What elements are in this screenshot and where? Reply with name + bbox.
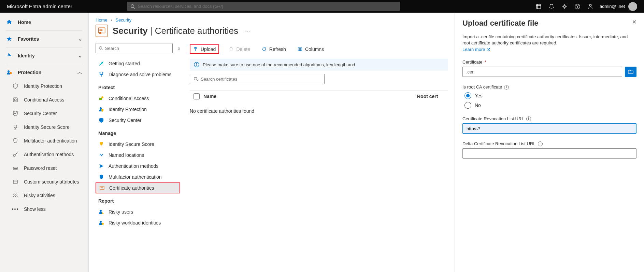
info-icon[interactable]: i	[504, 85, 509, 90]
cert-search[interactable]	[190, 74, 325, 84]
cert-file-input[interactable]: .cer	[462, 67, 622, 77]
svg-rect-28	[101, 146, 102, 146]
subnav-protect-heading: Protect	[96, 80, 180, 93]
subnav-diagnose[interactable]: Diagnose and solve problems	[96, 69, 180, 80]
svg-point-5	[577, 8, 578, 8]
svg-rect-37	[298, 48, 302, 51]
info-icon[interactable]: i	[526, 117, 531, 121]
chevron-up-icon: ︿	[77, 69, 82, 76]
columns-button[interactable]: Columns	[296, 46, 326, 53]
sidebar-item-identity-protection[interactable]: Identity Protection	[0, 79, 88, 93]
subnav-identity-protection[interactable]: Identity Protection	[96, 104, 180, 115]
svg-point-6	[589, 4, 591, 6]
sidebar-item-secure-score[interactable]: Identity Secure Score	[0, 120, 88, 134]
key-icon	[12, 151, 18, 158]
password-icon	[12, 165, 18, 171]
collapse-icon[interactable]: «	[177, 45, 180, 51]
help-icon[interactable]	[574, 3, 581, 10]
global-search[interactable]	[127, 2, 400, 11]
sidebar-item-mfa[interactable]: Multifactor authentication	[0, 134, 88, 148]
svg-point-34	[102, 223, 104, 225]
rocket-icon	[98, 60, 104, 67]
subnav-label: Authentication methods	[109, 163, 158, 169]
radio-no-control[interactable]	[464, 102, 471, 109]
sidebar-item-label: Password reset	[24, 165, 57, 171]
learn-more-link[interactable]: Learn more	[462, 47, 490, 52]
sidebar-item-custom-attrs[interactable]: Custom security attributes	[0, 175, 88, 189]
subnav-risky-workload[interactable]: Risky workload identities	[96, 217, 180, 228]
subnav-search[interactable]	[96, 43, 173, 53]
upload-button[interactable]: Upload	[190, 44, 219, 54]
select-all-checkbox[interactable]	[194, 93, 200, 99]
sidebar-item-auth-methods[interactable]: Authentication methods	[0, 148, 88, 161]
radio-yes-control[interactable]	[464, 92, 471, 99]
conditional-icon	[12, 97, 18, 103]
svg-point-9	[14, 99, 16, 101]
root-label-text: Is root CA certificate	[462, 84, 502, 90]
sidebar-home-label: Home	[18, 19, 31, 25]
svg-rect-8	[13, 98, 17, 102]
close-icon[interactable]: ✕	[632, 19, 636, 25]
mfa-icon	[12, 138, 18, 144]
subnav-label: Risky workload identities	[109, 220, 161, 226]
browse-button[interactable]	[625, 67, 636, 77]
delete-label: Delete	[236, 46, 250, 52]
topbar: Microsoft Entra admin center admin@ .net	[0, 0, 644, 13]
sidebar-item-conditional-access[interactable]: Conditional Access	[0, 93, 88, 107]
breadcrumb-security[interactable]: Security	[115, 17, 131, 23]
search-icon	[99, 46, 103, 51]
learn-more-label: Learn more	[462, 47, 485, 52]
empty-state: No certificate authorities found	[190, 102, 448, 114]
sidebar-item-label: Conditional Access	[24, 97, 64, 103]
sidebar-show-less[interactable]: •••Show less	[0, 202, 88, 216]
sidebar-identity[interactable]: Identity ⌄	[0, 49, 88, 63]
svg-line-24	[102, 49, 103, 50]
svg-point-33	[100, 221, 102, 223]
cert-search-input[interactable]	[201, 77, 321, 82]
delta-input[interactable]	[462, 148, 636, 159]
upload-icon	[193, 47, 198, 52]
subnav-conditional-access[interactable]: Conditional Access	[96, 93, 180, 104]
col-root[interactable]: Root cert	[417, 94, 448, 99]
subnav-auth-methods[interactable]: Authentication methods	[96, 161, 180, 172]
col-name[interactable]: Name	[203, 94, 417, 99]
flyout-panel: Upload certificate file ✕ Import a .cer …	[455, 13, 644, 272]
subnav-risky-users[interactable]: Risky users	[96, 206, 180, 217]
sidebar-item-risky-activities[interactable]: Risky activities	[0, 189, 88, 202]
home-icon	[6, 19, 12, 25]
feedback-icon[interactable]	[587, 3, 593, 10]
sidebar-item-security-center[interactable]: Security Center	[0, 107, 88, 120]
account[interactable]: admin@ .net	[600, 2, 637, 11]
sidebar: Home Favorites ⌄ Identity ⌄ Protection ︿…	[0, 13, 89, 272]
sidebar-protection[interactable]: Protection ︿	[0, 66, 88, 79]
subnav-cert-authorities[interactable]: Certificate authorities	[96, 182, 180, 193]
subnav-report-heading: Report	[96, 193, 180, 206]
identity-icon	[6, 53, 12, 59]
upload-label: Upload	[201, 46, 216, 52]
radio-yes[interactable]: Yes	[464, 92, 636, 99]
svg-point-22	[99, 32, 101, 34]
info-icon[interactable]: i	[538, 141, 543, 146]
crl-input[interactable]	[462, 123, 636, 134]
sidebar-home[interactable]: Home	[0, 15, 88, 29]
copilot-icon[interactable]	[535, 3, 542, 10]
subnav-named-locations[interactable]: Named locations	[96, 150, 180, 161]
subnav-getting-started[interactable]: Getting started	[96, 58, 180, 69]
root-label: Is root CA certificate i	[462, 84, 636, 90]
subnav-search-input[interactable]	[105, 46, 170, 51]
subnav-mfa[interactable]: Multifactor authentication	[96, 172, 180, 182]
subnav-security-center[interactable]: Security Center	[96, 115, 180, 126]
radio-no[interactable]: No	[464, 102, 636, 109]
svg-line-1	[133, 7, 135, 9]
breadcrumb-home[interactable]: Home	[96, 17, 108, 23]
sidebar-favorites[interactable]: Favorites ⌄	[0, 32, 88, 46]
more-icon[interactable]: ···	[245, 27, 250, 35]
subnav-secure-score[interactable]: Identity Secure Score	[96, 139, 180, 150]
notifications-icon[interactable]	[548, 3, 555, 10]
settings-icon[interactable]	[561, 3, 568, 10]
riskywork-icon	[98, 220, 104, 226]
refresh-button[interactable]: Refresh	[260, 46, 288, 53]
global-search-input[interactable]	[138, 4, 397, 9]
sidebar-item-label: Authentication methods	[24, 152, 74, 157]
sidebar-item-password-reset[interactable]: Password reset	[0, 161, 88, 175]
